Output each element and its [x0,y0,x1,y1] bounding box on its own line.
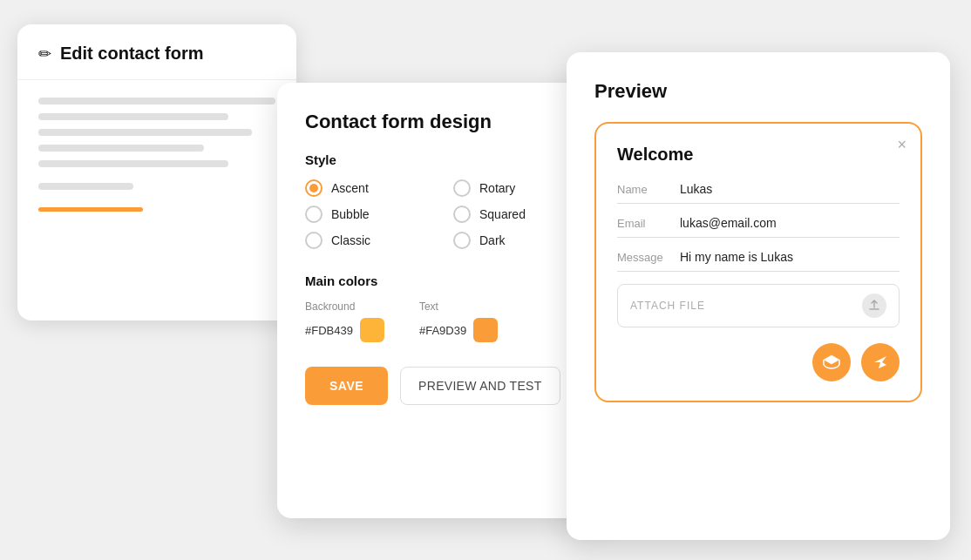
style-label-squared: Squared [479,207,526,221]
widget-actions [617,343,900,381]
action-buttons-row: SAVE PREVIEW AND TEST [305,367,581,405]
style-label-ascent: Ascent [331,181,369,195]
skeleton-line [38,129,252,136]
radio-dark[interactable] [453,232,471,249]
name-value: Lukas [680,182,712,196]
skeleton-line [38,160,228,167]
attach-file-row[interactable]: ATTACH FILE [617,284,900,327]
email-field-row: Email lukas@email.com [617,216,900,238]
style-section-label: Style [305,152,581,167]
style-option-bubble[interactable]: Bubble [305,206,432,223]
orange-bar [38,207,143,212]
style-option-squared[interactable]: Squared [453,206,581,223]
radio-squared[interactable] [453,206,471,223]
edit-contact-card: ✏ Edit contact form [17,24,296,320]
name-label: Name [617,183,680,196]
text-color-value-row: #FA9D39 [419,318,498,342]
text-color-swatch[interactable] [473,318,498,342]
message-field-row: Message Hi my name is Lukas [617,250,900,272]
message-value: Hi my name is Lukas [680,250,793,264]
style-option-classic[interactable]: Classic [305,232,432,249]
preview-test-button[interactable]: PREVIEW AND TEST [400,367,560,405]
name-field-row: Name Lukas [617,182,900,204]
preview-title: Preview [594,80,922,103]
color-row: Backround #FDB439 Text #FA9D39 [305,300,581,342]
text-color-item: Text #FA9D39 [419,300,498,342]
background-color-item: Backround #FDB439 [305,300,384,342]
radio-rotary[interactable] [453,179,471,197]
skeleton-line [38,183,133,190]
email-value: lukas@email.com [680,216,777,230]
colors-section: Main colors Backround #FDB439 Text #FA9D… [305,273,581,342]
style-option-ascent[interactable]: Ascent [305,179,432,197]
skeleton-line [38,113,228,120]
send-button[interactable] [861,343,900,381]
background-color-label: Backround [305,300,384,313]
save-button[interactable]: SAVE [305,367,388,405]
style-label-bubble: Bubble [331,207,370,221]
design-panel: × Contact form design Style Ascent Rotar… [277,83,608,518]
contact-widget: × Welcome Name Lukas Email lukas@email.c… [594,122,922,402]
text-color-hex: #FA9D39 [419,324,466,337]
style-label-dark: Dark [479,233,506,247]
widget-close-button[interactable]: × [897,136,906,154]
email-label: Email [617,217,680,230]
background-color-value-row: #FDB439 [305,318,384,342]
pencil-icon: ✏ [38,44,51,64]
preview-panel: Preview × Welcome Name Lukas Email lukas… [567,52,950,540]
skeleton-line [38,145,204,152]
edit-card-body [17,80,296,229]
radio-classic[interactable] [305,232,323,249]
edit-card-title: Edit contact form [60,44,203,64]
message-label: Message [617,251,680,264]
widget-title: Welcome [617,145,900,165]
background-color-swatch[interactable] [360,318,384,342]
text-color-label: Text [419,300,498,313]
panel-title: Contact form design [305,111,581,133]
style-option-rotary[interactable]: Rotary [453,179,581,197]
style-label-rotary: Rotary [479,181,515,195]
style-option-dark[interactable]: Dark [453,232,581,249]
graduate-button[interactable] [812,343,851,381]
style-options-grid: Ascent Rotary Bubble Squared Classic Dar… [305,179,581,249]
radio-ascent[interactable] [305,179,323,197]
edit-card-header: ✏ Edit contact form [17,24,296,80]
colors-section-label: Main colors [305,273,581,288]
radio-bubble[interactable] [305,206,323,223]
attach-label: ATTACH FILE [630,300,705,312]
style-label-classic: Classic [331,233,370,247]
background-color-hex: #FDB439 [305,324,353,337]
skeleton-line [38,98,275,105]
upload-icon [862,293,886,318]
